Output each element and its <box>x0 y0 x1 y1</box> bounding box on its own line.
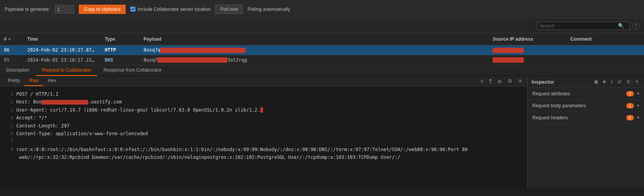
main-panel: Pretty Raw Hex ≡ ¶ ≣ ⚙ ✕ 1POST / HTTP/1.… <box>0 76 528 188</box>
inspector-section-request-headers[interactable]: Request headers 5 ▼ <box>528 112 644 124</box>
row-num-85: 85 <box>0 55 23 65</box>
inspector-settings-icon[interactable]: ⚙ <box>625 78 632 85</box>
row-source-85 <box>489 55 566 65</box>
inspector-section-right-1: 1 ▼ <box>626 103 639 108</box>
inspector-section-request-body[interactable]: Request body parameters 1 ▼ <box>528 100 644 112</box>
search-input[interactable] <box>540 23 617 29</box>
row-source-86 <box>489 45 566 55</box>
http-line-3: 3User-Agent: curl/7.19.7 (i686-redhat-li… <box>5 106 522 114</box>
request-attributes-badge: 2 <box>626 91 634 96</box>
http-line-1: 1POST / HTTP/1.1 <box>5 90 522 98</box>
http-line-4: 4Accept: */* <box>5 114 522 122</box>
inspector-title: Inspector <box>531 79 590 85</box>
help-icon[interactable]: ? <box>632 22 639 29</box>
expand-icon[interactable]: ≣ <box>496 77 504 85</box>
row-time-86: 2024-Feb-02 23:18:27.872 UTC <box>23 45 101 55</box>
chevron-down-icon-0: ▼ <box>637 92 639 96</box>
sort-arrow-num: ▼ <box>8 37 12 41</box>
inspector-section-request-attributes[interactable]: Request attributes 2 ▼ <box>528 88 644 100</box>
tab-request-to-collaborator[interactable]: Request to Collaborator <box>36 65 97 76</box>
subtab-pretty[interactable]: Pretty <box>3 76 24 86</box>
table-row[interactable]: 86 2024-Feb-02 23:18:27.872 UTC HTTP 8ox… <box>0 45 644 55</box>
tab-response-from-collaborator[interactable]: Response from Collaborator <box>97 65 168 76</box>
chevron-down-icon-2: ▼ <box>637 116 639 120</box>
col-header-source-ip[interactable]: Source IP address <box>489 35 566 43</box>
poll-now-button[interactable]: Poll now <box>215 5 243 14</box>
col-header-comment[interactable]: Comment <box>566 35 644 43</box>
newline-icon[interactable]: ¶ <box>487 77 493 85</box>
wrap-icon[interactable]: ≡ <box>479 77 485 85</box>
row-payload-86: 8oxq7q <box>140 45 489 55</box>
row-comment-86 <box>566 45 644 55</box>
col-header-time[interactable]: Time <box>23 35 101 43</box>
http-line-8: 8root:x:0:0:root:/:/bin/bashnfast:x:0:0:… <box>5 146 522 153</box>
inspector-header: Inspector ▣ ■ ≡ ⇄ ⚙ ✕ <box>528 76 644 88</box>
inspector-lines-icon[interactable]: ≡ <box>609 78 614 85</box>
request-body-badge: 1 <box>626 103 634 108</box>
inspector-section-right-2: 5 ▼ <box>626 115 639 120</box>
search-wrapper: 🔍 <box>537 22 630 30</box>
row-comment-85 <box>566 55 644 65</box>
redacted-version: ■ <box>260 107 263 113</box>
inspector-list-icon[interactable]: ■ <box>602 78 607 85</box>
copy-to-clipboard-button[interactable]: Copy to clipboard <box>79 5 126 14</box>
request-headers-badge: 5 <box>626 115 634 120</box>
http-line-6: 6Content-Type: application/x-www-form-ur… <box>5 130 522 138</box>
row-time-85: 2024-Feb-02 23:18:27.227 UTC <box>23 55 101 65</box>
inspector-section-right-0: 2 ▼ <box>626 91 639 96</box>
tab-description[interactable]: Description <box>0 65 36 76</box>
col-header-type[interactable]: Type <box>101 35 140 43</box>
subtab-raw[interactable]: Raw <box>24 76 43 86</box>
request-body-label: Request body parameters <box>532 103 586 108</box>
host-redacted <box>42 100 88 105</box>
row-type-86: HTTP <box>101 45 140 55</box>
include-collaborator-checkbox[interactable] <box>130 7 135 12</box>
request-attributes-label: Request attributes <box>532 91 570 96</box>
inspector-grid-icon[interactable]: ▣ <box>593 78 599 85</box>
row-num-86: 86 <box>0 45 23 55</box>
inspector-close-icon[interactable]: ✕ <box>634 78 640 85</box>
http-content: 1POST / HTTP/1.1 2Host: 8ox.oastify.com … <box>0 86 527 188</box>
http-line-5: 5Content-Length: 297 <box>5 122 522 130</box>
col-header-num[interactable]: # ▼ <box>0 35 23 43</box>
subtab-hex[interactable]: Hex <box>43 76 61 86</box>
http-line-9: web/:/rpc:x:32:32:Rpcbind Daemon:/var/ca… <box>5 153 522 161</box>
payloads-label: Payloads to generate: <box>5 7 50 12</box>
table-row[interactable]: 85 2024-Feb-02 23:18:27.227 UTC DNS 8oxq… <box>0 55 644 65</box>
row-payload-85: 8oxq7 3at2rqg <box>140 55 489 65</box>
inspector-sort-icon[interactable]: ⇄ <box>616 78 623 85</box>
http-line-2: 2Host: 8ox.oastify.com <box>5 98 522 106</box>
row-type-85: DNS <box>101 55 140 65</box>
tabs-row: Description Request to Collaborator Resp… <box>0 65 644 76</box>
settings-icon[interactable]: ⚙ <box>506 77 514 85</box>
include-collaborator-label[interactable]: Include Collaborator server location <box>130 7 211 12</box>
subtabs-row: Pretty Raw Hex ≡ ¶ ≣ ⚙ ✕ <box>0 76 527 86</box>
search-bar-row: 🔍 ? <box>0 19 644 33</box>
chevron-down-icon-1: ▼ <box>637 104 639 108</box>
col-header-payload[interactable]: Payload <box>140 35 489 43</box>
content-split: Pretty Raw Hex ≡ ¶ ≣ ⚙ ✕ 1POST / HTTP/1.… <box>0 76 644 188</box>
subtabs-left: Pretty Raw Hex <box>3 76 61 86</box>
http-line-7: 7 <box>5 138 522 145</box>
table-container: # ▼ Time Type Payload Source IP address … <box>0 33 644 65</box>
toolbar: Payloads to generate: Copy to clipboard … <box>0 0 644 19</box>
subtabs-right: ≡ ¶ ≣ ⚙ ✕ <box>479 77 524 85</box>
search-icon[interactable]: 🔍 <box>617 23 625 29</box>
payloads-input[interactable] <box>55 5 74 14</box>
inspector-panel: Inspector ▣ ■ ≡ ⇄ ⚙ ✕ Request attributes… <box>528 76 644 188</box>
polling-auto-label: Polling automatically <box>248 7 290 12</box>
close-icon[interactable]: ✕ <box>516 77 524 85</box>
request-headers-label: Request headers <box>532 115 568 120</box>
table-header: # ▼ Time Type Payload Source IP address … <box>0 33 644 45</box>
